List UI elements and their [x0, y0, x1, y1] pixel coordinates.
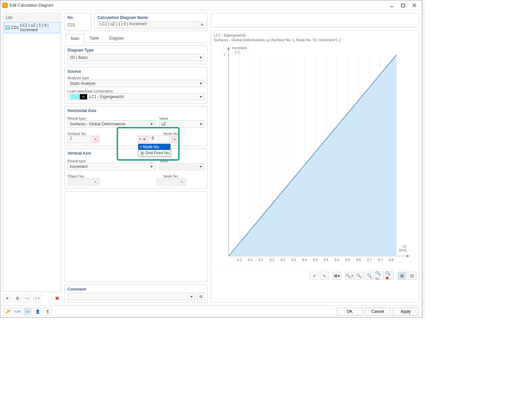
haxis-result-label: Result type: [67, 116, 155, 120]
close-button[interactable]: [409, 1, 420, 10]
chart-panel: LC1 - Eigengewicht Surfaces - Global Def…: [211, 30, 419, 303]
node-icon: •: [140, 145, 142, 149]
surface-pick-button[interactable]: ↖: [92, 136, 99, 143]
vaxis-value-select: [159, 163, 204, 170]
lc-value: LC1 - Eigengewicht: [89, 94, 124, 99]
svg-text:0.1: 0.1: [248, 258, 253, 262]
svg-text:0.6: 0.6: [356, 258, 361, 262]
svg-text:0.3: 0.3: [280, 258, 285, 262]
comment-edit-button[interactable]: ⧉: [197, 293, 204, 300]
source-section: Source Analysis type Static Analysis Loa…: [65, 67, 207, 103]
print-button[interactable]: 🖶▾: [332, 272, 341, 280]
uncheck-button[interactable]: ✓↗: [33, 294, 41, 302]
zoom-out-button[interactable]: 🔍-: [355, 272, 364, 280]
x-axis-label: uZ: [403, 244, 407, 248]
left-toolbar: ✳ ⧉ ✓↙ ✓↗ ✖: [3, 294, 61, 303]
vaxis-section: Vertical Axis Result type Increment Valu…: [65, 149, 207, 189]
list-item[interactable]: CD1 LC1 | uZ | 1 | 9 | Increment: [4, 22, 60, 33]
zoom-window-button[interactable]: 🔍▭: [375, 272, 384, 280]
apply-button[interactable]: Apply: [393, 308, 419, 316]
snap-h-button[interactable]: ⊞: [398, 272, 406, 280]
node-type-dropdown[interactable]: • Node No. ▦ Grid Point No.: [138, 144, 171, 156]
node-pick-button[interactable]: ↖: [171, 136, 179, 143]
diagram-type-select[interactable]: 2D | Basic: [67, 54, 204, 61]
haxis-title: Horizontal Axis: [67, 108, 204, 113]
grid-icon: ▦: [140, 151, 144, 155]
node-type-select[interactable]: •: [138, 136, 148, 143]
svg-text:0.4: 0.4: [302, 258, 307, 262]
svg-text:0.1: 0.1: [237, 258, 242, 262]
svg-text:0.3: 0.3: [291, 258, 296, 262]
vaxis-value-label: Value: [159, 159, 204, 163]
dd-item-gridpoint[interactable]: ▦ Grid Point No.: [138, 150, 170, 156]
name-header: Calculation Diagram Name: [95, 13, 207, 21]
tab-main[interactable]: Main: [66, 34, 84, 43]
tab-diagram[interactable]: Diagram: [104, 34, 129, 43]
haxis-value-label: Value: [159, 116, 204, 120]
window-title: Edit Calculation Diagram: [10, 3, 54, 8]
haxis-result-select[interactable]: Surfaces - Global Deformations: [67, 120, 155, 128]
lc-tag: G: [80, 94, 87, 99]
dialog-footer: 🔑 0,00 ▭ 👤 f∫ OK Cancel Apply: [0, 305, 422, 317]
haxis-value-select[interactable]: uZ: [159, 120, 204, 128]
zoom-fit-button[interactable]: 🔍: [365, 272, 374, 280]
units-button[interactable]: 0,00: [14, 308, 22, 316]
vaxis-node-input: [157, 178, 177, 186]
ok-button[interactable]: OK: [337, 308, 363, 316]
svg-text:0.2: 0.2: [270, 258, 274, 262]
no-panel: No. CD1: [65, 13, 91, 31]
analysis-select[interactable]: Static Analysis: [67, 80, 204, 87]
vaxis-result-select[interactable]: Increment: [67, 163, 155, 170]
diagram-type-title: Diagram Type: [67, 48, 204, 53]
rename-icon[interactable]: ✎: [199, 21, 206, 29]
analysis-label: Analysis type: [67, 76, 204, 80]
check-button[interactable]: ✓↙: [23, 294, 31, 302]
minimize-button[interactable]: [386, 1, 397, 10]
new-button[interactable]: ✳: [3, 294, 11, 302]
comment-input[interactable]: [67, 293, 195, 300]
list-item-swatch: [6, 26, 10, 30]
tab-table[interactable]: Table: [84, 34, 104, 43]
zoom-reset-button[interactable]: 🔍✖: [385, 272, 394, 280]
surface-no-label: Surface No.: [67, 132, 134, 136]
maximize-button[interactable]: [397, 1, 409, 10]
vaxis-title: Vertical Axis: [67, 151, 204, 156]
lc-label: Load case/load combination: [67, 89, 204, 93]
list-item-code: CD1: [11, 25, 19, 30]
help-button[interactable]: 🔑: [4, 308, 12, 316]
y-axis-label: Increment: [232, 46, 247, 50]
surface-no-input[interactable]: 1: [67, 136, 91, 143]
tab-bar: Main Table Diagram: [65, 34, 207, 43]
view-button[interactable]: ▭: [24, 308, 32, 316]
chart-plot: Increment [--] 1 uZ [mm] 0.10.10.20.20.3…: [214, 43, 416, 269]
svg-text:0.6: 0.6: [345, 258, 350, 262]
y-tick-1: 1: [223, 53, 225, 57]
no-value: CD1: [65, 21, 91, 29]
snap-v-button[interactable]: ⊟: [408, 272, 416, 280]
axis-y-button[interactable]: ⤡: [320, 272, 329, 280]
source-title: Source: [67, 69, 204, 74]
haxis-section: Horizontal Axis Result type Surfaces - G…: [65, 106, 207, 146]
name-input[interactable]: LC1 | uZ | 1 | 9 | Increment: [97, 21, 197, 29]
function-button[interactable]: f∫: [44, 308, 52, 316]
user-button[interactable]: 👤: [34, 308, 42, 316]
node-no-input[interactable]: 9: [149, 136, 170, 143]
delete-button[interactable]: ✖: [53, 294, 61, 302]
dialog-body: List CD1 LC1 | uZ | 1 | 9 | Increment ✳ …: [0, 10, 422, 305]
name-panel: Calculation Diagram Name LC1 | uZ | 1 | …: [94, 13, 207, 31]
dd-item-node[interactable]: • Node No.: [138, 144, 170, 150]
copy-button[interactable]: ⧉: [13, 294, 21, 302]
left-column: List CD1 LC1 | uZ | 1 | 9 | Increment ✳ …: [3, 13, 61, 303]
vaxis-result-label: Result type: [67, 159, 155, 163]
lc-select[interactable]: G LC1 - Eigengewicht: [67, 93, 204, 100]
x-axis-unit: [mm]: [399, 248, 406, 252]
form-spacer: [65, 191, 207, 282]
cancel-button[interactable]: Cancel: [365, 308, 391, 316]
list-panel: List CD1 LC1 | uZ | 1 | 9 | Increment: [3, 13, 61, 292]
node-no-label: Node No.: [138, 132, 204, 136]
vaxis-node-label: Node No.: [138, 174, 204, 178]
axis-x-button[interactable]: ⤢: [310, 272, 319, 280]
zoom-in-button[interactable]: 🔍+: [345, 272, 354, 280]
right-top-spacer: [211, 13, 419, 28]
chart-toolbar: ⤢ ⤡ 🖶▾ 🔍+ 🔍- 🔍 🔍▭ 🔍✖ ⊞ ⊟: [214, 269, 416, 280]
